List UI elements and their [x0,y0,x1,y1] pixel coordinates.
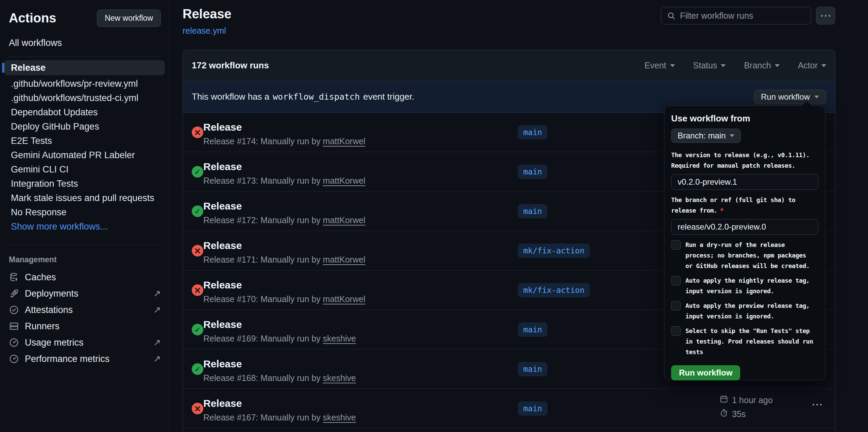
checkbox[interactable] [671,301,681,311]
runs-list-header: 172 workflow runs EventStatusBranchActor [183,50,835,81]
branch-badge[interactable]: main [518,322,547,337]
filter-branch[interactable]: Branch [744,61,779,70]
banner-text-post: event trigger. [363,92,414,102]
check-circle-icon: ✓ [192,324,203,335]
check-circle-icon: ✓ [192,205,203,217]
actor-link[interactable]: skeshive [323,334,356,343]
branch-selector-button[interactable]: Branch: main [671,129,741,143]
branch-badge[interactable]: main [518,362,547,376]
database-icon [9,272,19,282]
run-subtitle: Release #170: Manually run by mattKorwel [203,294,365,304]
run-start-time: 1 hour ago [719,395,773,405]
x-circle-icon: × [192,284,203,296]
sidebar-workflow-item[interactable]: Gemini CLI CI [4,162,165,177]
ref-input[interactable] [671,219,818,235]
sidebar-workflow-item[interactable]: .github/workflows/trusted-ci.yml [4,91,165,105]
sidebar-management-item[interactable]: Runners [0,318,169,334]
filter-runs-searchbar[interactable] [661,7,811,24]
checkbox[interactable] [671,240,681,250]
sidebar-workflow-item[interactable]: Show more workflows... [4,219,165,234]
actor-link[interactable]: skeshive [323,373,356,383]
workflow-input-checkboxes: Run a dry-run of the releaseprocess; no … [671,239,818,357]
x-circle-icon: × [192,127,203,138]
external-link-icon: ↗ [153,337,161,348]
workflow-list: Release .github/workflows/pr-review.yml … [0,57,169,236]
checkbox[interactable] [671,276,681,285]
sidebar-management-item[interactable]: Usage metrics ↗ [0,334,169,351]
filter-event[interactable]: Event [645,61,675,70]
calendar-icon [719,395,728,405]
required-asterisk: * [720,207,724,214]
search-icon [667,11,676,20]
sidebar-workflow-item[interactable]: .github/workflows/pr-review.yml [4,77,165,91]
sidebar-workflow-item[interactable]: Release [4,60,165,75]
meter-icon [9,337,19,348]
sidebar-workflow-item[interactable]: E2E Tests [4,134,165,148]
runs-filters: EventStatusBranchActor [645,61,826,70]
branch-badge[interactable]: main [518,401,547,416]
management-list: Caches Deployments ↗ Attestations ↗ Runn… [0,269,169,367]
new-workflow-button[interactable]: New workflow [97,10,161,27]
branch-badge[interactable]: main [518,125,547,139]
workflow-input-checkbox-row[interactable]: Run a dry-run of the releaseprocess; no … [671,239,818,271]
chevron-down-icon [721,64,726,67]
actor-link[interactable]: mattKorwel [323,294,365,304]
run-title: Release [203,398,242,409]
runs-count: 172 workflow runs [192,60,269,71]
run-subtitle: Release #172: Manually run by mattKorwel [203,215,365,225]
sidebar-workflow-item[interactable]: Gemini Automated PR Labeler [4,148,165,162]
meter-icon [9,354,19,364]
checkbox[interactable] [671,326,681,336]
version-input[interactable] [671,174,818,190]
branch-badge[interactable]: mk/fix-action [518,244,590,258]
workflow-options-kebab-button[interactable] [816,7,835,24]
run-title: Release [203,200,242,212]
sidebar-item-all-workflows[interactable]: All workflows [9,38,160,48]
branch-badge[interactable]: main [518,165,547,179]
workflow-run-row[interactable]: × Release Release #167: Manually run by … [183,389,835,428]
sidebar-workflow-item[interactable]: Dependabot Updates [4,105,165,119]
run-duration: 35s [719,409,773,419]
filter-status[interactable]: Status [693,61,726,70]
rocket-icon [9,288,19,299]
chevron-down-icon [775,64,780,67]
chevron-down-icon [814,96,819,98]
sidebar-workflow-item[interactable]: No Response [4,205,165,219]
run-title: Release [203,279,242,291]
chevron-down-icon [821,64,826,67]
page-title: Release [183,7,232,21]
version-input-description: The version to release (e.g., v0.1.11).R… [671,150,818,171]
branch-badge[interactable]: mk/fix-action [518,283,590,297]
actor-link[interactable]: mattKorwel [323,255,365,264]
actor-link[interactable]: mattKorwel [323,136,365,146]
run-options-kebab-button[interactable] [813,404,822,405]
workflow-file-link[interactable]: release.yml [183,26,226,36]
run-subtitle: Release #169: Manually run by skeshive [203,334,356,344]
popover-heading: Use workflow from [671,113,818,124]
sidebar-workflow-item[interactable]: Deploy GitHub Pages [4,119,165,134]
run-workflow-submit-button[interactable]: Run workflow [671,365,740,380]
run-subtitle: Release #167: Manually run by skeshive [203,413,356,422]
actor-link[interactable]: mattKorwel [323,215,365,225]
management-section-label: Management [0,245,169,269]
filter-actor[interactable]: Actor [798,61,826,70]
chevron-down-icon [730,134,734,137]
sidebar-workflow-item[interactable]: Mark stale issues and pull requests [4,191,165,205]
branch-badge[interactable]: main [518,204,547,218]
workflow-input-checkbox-row[interactable]: Select to skip the "Run Tests" stepin te… [671,326,818,357]
sidebar-management-item[interactable]: Deployments ↗ [0,285,169,302]
run-title: Release [203,240,242,251]
filter-runs-input[interactable] [680,11,805,21]
actor-link[interactable]: mattKorwel [323,176,365,185]
sidebar-management-item[interactable]: Caches [0,269,169,285]
external-link-icon: ↗ [153,304,161,315]
workflow-input-checkbox-row[interactable]: Auto apply the nightly release tag,input… [671,275,818,296]
sidebar-management-item[interactable]: Attestations ↗ [0,302,169,318]
workflow-input-checkbox-row[interactable]: Auto apply the preview release tag,input… [671,300,818,321]
sidebar-workflow-item[interactable]: Integration Tests [4,177,165,191]
sidebar-management-item[interactable]: Performance metrics ↗ [0,351,169,367]
banner-text-pre: This workflow has a [192,92,269,102]
server-icon [9,321,19,331]
run-workflow-dropdown-button[interactable]: Run workflow [754,90,826,104]
actor-link[interactable]: skeshive [323,413,356,422]
